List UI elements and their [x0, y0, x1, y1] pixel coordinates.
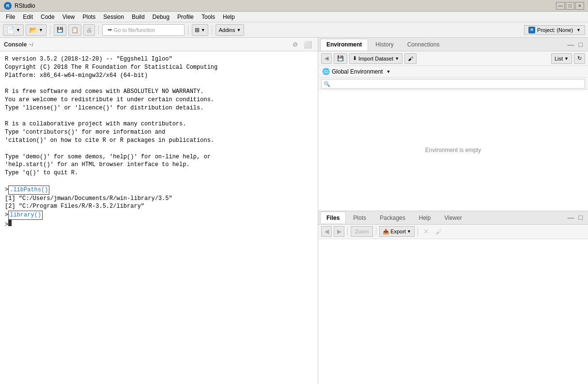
env-clear-button[interactable]: 🖌 [404, 53, 417, 64]
console-cursor [8, 220, 12, 226]
top-right-maximize-button[interactable]: □ [577, 41, 584, 48]
tab-help[interactable]: Help [413, 212, 437, 223]
grid-button[interactable]: ⊞ ▼ [192, 24, 208, 36]
export-button[interactable]: 📤 Export ▼ [379, 226, 415, 237]
title-text: RStudio [15, 2, 35, 9]
env-save-button[interactable]: 💾 [334, 53, 347, 64]
clear-plots-button[interactable]: 🖌 [433, 226, 444, 237]
menu-build[interactable]: Build [128, 13, 149, 21]
import-dataset-dropdown-icon: ▼ [395, 56, 399, 61]
addins-button[interactable]: Addins ▼ [216, 24, 245, 36]
import-dataset-button[interactable]: ⬇ Import Dataset ▼ [349, 53, 402, 64]
env-save-icon: 💾 [337, 55, 344, 61]
save-all-button[interactable]: 📋 [68, 24, 81, 36]
export-label: Export [390, 229, 406, 234]
console-cmd2-line: > library() [5, 211, 313, 220]
close-window-button[interactable]: × [575, 2, 584, 10]
grid-icon: ⊞ [195, 27, 200, 33]
project-badge[interactable]: R Project: (None) ▼ [524, 25, 585, 35]
console-line-4 [5, 79, 313, 88]
zoom-button[interactable]: Zoom [351, 226, 373, 237]
files-forward-button[interactable]: ▶ [334, 226, 344, 237]
console-clear-button[interactable]: ⊘ [291, 40, 300, 49]
rstudio-icon: R [4, 2, 12, 10]
toolbar: 📄 ▼ 📂 ▼ 💾 📋 🖨 ➡ Go to file/function ⊞ ▼ … [0, 22, 588, 38]
console-line-6: You are welcome to redistribute it under… [5, 96, 313, 104]
export-dropdown-icon: ▼ [407, 229, 411, 234]
main-layout: Console ~/ ⊘ ⬜ R version 3.5.2 (2018-12-… [0, 38, 588, 384]
console-cmd1: .libPaths() [8, 185, 49, 195]
save-button[interactable]: 💾 [54, 24, 66, 36]
top-right-minimize-button[interactable]: — [566, 41, 576, 48]
top-right-tab-controls: — □ [566, 41, 586, 48]
toolbar-sep-2 [98, 25, 99, 35]
global-env-bar[interactable]: 🌐 Global Environment ▼ [318, 66, 588, 77]
console-line-5: R is free software and comes with ABSOLU… [5, 88, 313, 96]
import-dataset-label: Import Dataset [358, 56, 393, 61]
globe-icon: 🌐 [322, 68, 330, 75]
tab-packages[interactable]: Packages [373, 212, 412, 223]
tab-files[interactable]: Files [320, 212, 346, 223]
menu-plots[interactable]: Plots [79, 13, 100, 21]
menu-help[interactable]: Help [219, 13, 239, 21]
env-list-button[interactable]: List ▼ [551, 53, 572, 64]
env-search-input[interactable] [321, 79, 585, 89]
zoom-label: Zoom [355, 229, 369, 234]
console-body[interactable]: R version 3.5.2 (2018-12-20) -- "Eggshel… [0, 51, 318, 384]
menu-debug[interactable]: Debug [149, 13, 173, 21]
goto-arrow-icon: ➡ [108, 27, 112, 33]
menu-edit[interactable]: Edit [19, 13, 37, 21]
bottom-right-maximize-button[interactable]: □ [577, 214, 584, 221]
minimize-window-button[interactable]: — [556, 2, 565, 10]
remove-plot-button[interactable]: ✕ [421, 226, 432, 237]
files-sep-2 [376, 227, 376, 236]
env-toolbar: ◀ 💾 ⬇ Import Dataset ▼ 🖌 List ▼ [318, 51, 588, 66]
console-line-8 [5, 112, 313, 121]
global-env-dropdown-icon: ▼ [386, 69, 390, 74]
console-actions: ⊘ ⬜ [291, 40, 314, 49]
console-out1a: [1] "C:/Users/jmwan/Documents/R/win-libr… [5, 195, 313, 203]
open-file-button[interactable]: 📂 ▼ [26, 24, 46, 36]
prompt-3: > [5, 221, 8, 229]
tab-plots[interactable]: Plots [347, 212, 372, 223]
addins-dropdown-icon: ▼ [236, 28, 241, 32]
print-button[interactable]: 🖨 [83, 24, 95, 36]
top-right-panel: Environment History Connections — □ ◀ [318, 38, 588, 211]
console-path: ~/ [29, 42, 33, 47]
open-file-icon: 📂 [29, 26, 37, 34]
menu-view[interactable]: View [59, 13, 79, 21]
console-line-11: 'citation()' on how to cite R or R packa… [5, 137, 313, 145]
title-bar: R RStudio — □ × [0, 0, 588, 12]
bottom-right-tab-bar: Files Plots Packages Help Viewer — □ [318, 211, 588, 225]
toolbar-sep-3 [188, 25, 188, 35]
menu-file[interactable]: File [2, 13, 19, 21]
prompt-1: > [5, 186, 8, 194]
env-content: Environment is empty [318, 90, 588, 211]
new-file-button[interactable]: 📄 ▼ [3, 24, 24, 36]
maximize-window-button[interactable]: □ [566, 2, 574, 10]
tab-viewer[interactable]: Viewer [438, 212, 468, 223]
console-line-3: Platform: x86_64-w64-mingw32/x64 (64-bit… [5, 72, 313, 80]
menu-tools[interactable]: Tools [198, 13, 219, 21]
files-toolbar: ◀ ▶ Zoom 📤 Export ▼ ✕ 🖌 [318, 225, 588, 239]
env-search-bar [318, 77, 588, 90]
files-content [318, 239, 588, 384]
menu-profile[interactable]: Profile [173, 13, 198, 21]
bottom-right-minimize-button[interactable]: — [566, 214, 576, 221]
bottom-right-panel: Files Plots Packages Help Viewer — □ [318, 211, 588, 384]
menu-session[interactable]: Session [99, 13, 128, 21]
env-refresh-button[interactable]: ↻ [574, 53, 585, 64]
console-maximize-button[interactable]: ⬜ [302, 40, 314, 49]
files-back-button[interactable]: ◀ [321, 226, 332, 237]
print-icon: 🖨 [86, 27, 92, 33]
menu-code[interactable]: Code [37, 13, 59, 21]
console-tab[interactable]: Console ~/ [4, 41, 33, 48]
tab-connections[interactable]: Connections [401, 39, 446, 50]
grid-dropdown-icon: ▼ [201, 28, 205, 32]
env-back-button[interactable]: ◀ [321, 53, 332, 64]
goto-button[interactable]: ➡ Go to file/function [102, 24, 185, 36]
save-all-icon: 📋 [71, 27, 78, 33]
tab-environment[interactable]: Environment [320, 39, 368, 50]
right-panel: Environment History Connections — □ ◀ [318, 38, 588, 384]
tab-history[interactable]: History [369, 39, 400, 50]
